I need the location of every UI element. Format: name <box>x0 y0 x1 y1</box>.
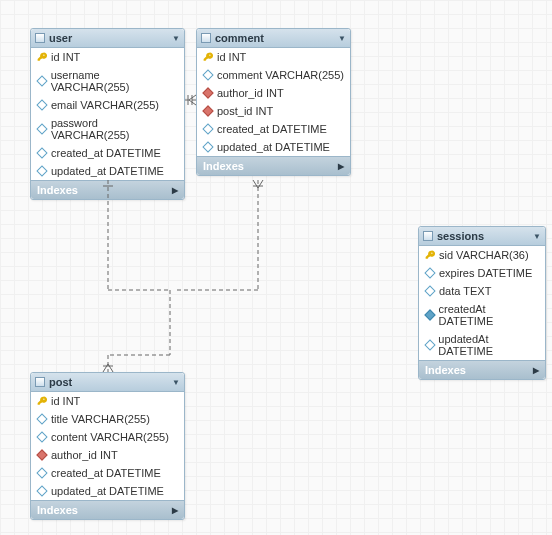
column-label: created_at DATETIME <box>51 147 161 159</box>
indexes-section[interactable]: Indexes ▶ <box>197 156 350 175</box>
column-row[interactable]: sid VARCHAR(36) <box>419 246 545 264</box>
column-row[interactable]: createdAt DATETIME <box>419 300 545 330</box>
indexes-label: Indexes <box>37 504 78 516</box>
column-row[interactable]: post_id INT <box>197 102 350 120</box>
table-title: user <box>49 32 168 44</box>
column-label: created_at DATETIME <box>217 123 327 135</box>
column-label: created_at DATETIME <box>51 467 161 479</box>
table-header-sessions[interactable]: sessions ▼ <box>419 227 545 246</box>
column-icon <box>37 486 47 496</box>
column-row[interactable]: id INT <box>31 392 184 410</box>
primary-key-icon <box>203 52 213 62</box>
column-icon <box>425 268 435 278</box>
column-row[interactable]: expires DATETIME <box>419 264 545 282</box>
column-row[interactable]: author_id INT <box>31 446 184 464</box>
column-row[interactable]: updated_at DATETIME <box>31 482 184 500</box>
column-label: createdAt DATETIME <box>439 303 539 327</box>
column-icon <box>37 414 47 424</box>
table-user-columns: id INTusername VARCHAR(255)email VARCHAR… <box>31 48 184 180</box>
column-label: username VARCHAR(255) <box>51 69 178 93</box>
column-label: content VARCHAR(255) <box>51 431 169 443</box>
column-label: comment VARCHAR(255) <box>217 69 344 81</box>
expand-arrow-icon: ▶ <box>172 186 178 195</box>
column-label: data TEXT <box>439 285 491 297</box>
column-row[interactable]: author_id INT <box>197 84 350 102</box>
column-label: updated_at DATETIME <box>51 485 164 497</box>
column-icon <box>37 148 47 158</box>
column-row[interactable]: id INT <box>197 48 350 66</box>
table-sessions-columns: sid VARCHAR(36)expires DATETIMEdata TEXT… <box>419 246 545 360</box>
collapse-arrow-icon[interactable]: ▼ <box>172 34 180 43</box>
column-row[interactable]: username VARCHAR(255) <box>31 66 184 96</box>
column-row[interactable]: password VARCHAR(255) <box>31 114 184 144</box>
column-row[interactable]: created_at DATETIME <box>197 120 350 138</box>
expand-arrow-icon: ▶ <box>533 366 539 375</box>
primary-key-icon <box>37 52 47 62</box>
table-header-user[interactable]: user ▼ <box>31 29 184 48</box>
indexes-label: Indexes <box>425 364 466 376</box>
column-row[interactable]: id INT <box>31 48 184 66</box>
column-icon <box>37 166 47 176</box>
expand-arrow-icon: ▶ <box>338 162 344 171</box>
column-icon <box>425 286 435 296</box>
column-icon <box>425 310 435 320</box>
table-post-columns: id INTtitle VARCHAR(255)content VARCHAR(… <box>31 392 184 500</box>
column-label: updated_at DATETIME <box>217 141 330 153</box>
indexes-section[interactable]: Indexes ▶ <box>419 360 545 379</box>
column-icon <box>203 70 213 80</box>
column-label: expires DATETIME <box>439 267 532 279</box>
column-row[interactable]: title VARCHAR(255) <box>31 410 184 428</box>
foreign-key-icon <box>203 88 213 98</box>
indexes-section[interactable]: Indexes ▶ <box>31 180 184 199</box>
column-label: id INT <box>51 51 80 63</box>
column-label: updatedAt DATETIME <box>438 333 539 357</box>
table-title: comment <box>215 32 334 44</box>
column-icon <box>37 468 47 478</box>
column-label: sid VARCHAR(36) <box>439 249 529 261</box>
foreign-key-icon <box>37 450 47 460</box>
column-row[interactable]: data TEXT <box>419 282 545 300</box>
column-icon <box>37 76 47 86</box>
table-comment-columns: id INTcomment VARCHAR(255)author_id INTp… <box>197 48 350 156</box>
foreign-key-icon <box>203 106 213 116</box>
expand-arrow-icon: ▶ <box>172 506 178 515</box>
table-title: sessions <box>437 230 529 242</box>
indexes-label: Indexes <box>37 184 78 196</box>
column-label: author_id INT <box>217 87 284 99</box>
indexes-section[interactable]: Indexes ▶ <box>31 500 184 519</box>
column-icon <box>203 124 213 134</box>
column-row[interactable]: created_at DATETIME <box>31 144 184 162</box>
collapse-arrow-icon[interactable]: ▼ <box>338 34 346 43</box>
table-icon <box>423 231 433 241</box>
column-label: author_id INT <box>51 449 118 461</box>
column-label: updated_at DATETIME <box>51 165 164 177</box>
table-icon <box>35 377 45 387</box>
column-icon <box>37 432 47 442</box>
column-label: password VARCHAR(255) <box>51 117 178 141</box>
column-label: title VARCHAR(255) <box>51 413 150 425</box>
collapse-arrow-icon[interactable]: ▼ <box>533 232 541 241</box>
column-icon <box>203 142 213 152</box>
column-label: id INT <box>217 51 246 63</box>
table-sessions[interactable]: sessions ▼ sid VARCHAR(36)expires DATETI… <box>418 226 546 380</box>
column-row[interactable]: content VARCHAR(255) <box>31 428 184 446</box>
collapse-arrow-icon[interactable]: ▼ <box>172 378 180 387</box>
column-row[interactable]: comment VARCHAR(255) <box>197 66 350 84</box>
table-icon <box>35 33 45 43</box>
primary-key-icon <box>425 250 435 260</box>
column-row[interactable]: created_at DATETIME <box>31 464 184 482</box>
table-header-comment[interactable]: comment ▼ <box>197 29 350 48</box>
column-row[interactable]: updated_at DATETIME <box>197 138 350 156</box>
column-row[interactable]: updatedAt DATETIME <box>419 330 545 360</box>
table-comment[interactable]: comment ▼ id INTcomment VARCHAR(255)auth… <box>196 28 351 176</box>
table-post[interactable]: post ▼ id INTtitle VARCHAR(255)content V… <box>30 372 185 520</box>
column-row[interactable]: updated_at DATETIME <box>31 162 184 180</box>
table-user[interactable]: user ▼ id INTusername VARCHAR(255)email … <box>30 28 185 200</box>
table-header-post[interactable]: post ▼ <box>31 373 184 392</box>
column-row[interactable]: email VARCHAR(255) <box>31 96 184 114</box>
table-title: post <box>49 376 168 388</box>
primary-key-icon <box>37 396 47 406</box>
column-label: email VARCHAR(255) <box>51 99 159 111</box>
column-icon <box>37 100 47 110</box>
table-icon <box>201 33 211 43</box>
